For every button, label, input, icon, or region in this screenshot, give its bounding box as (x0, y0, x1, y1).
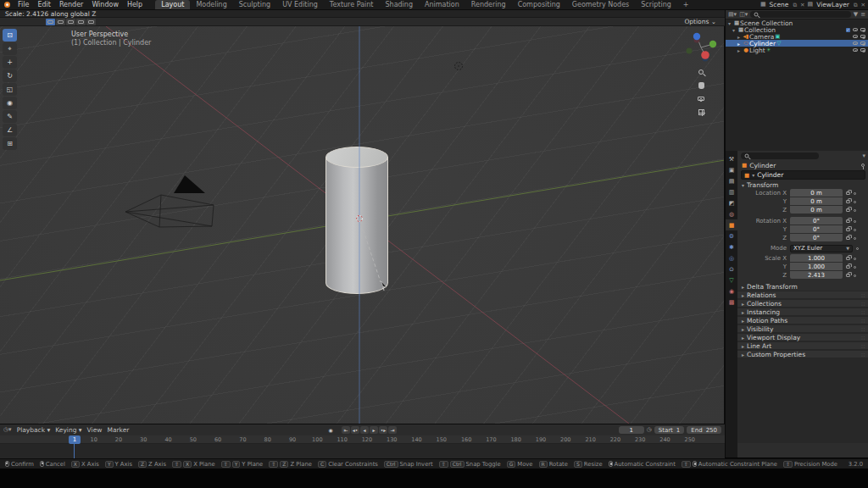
outliner-row-light[interactable]: ▸ ● Light ☀ (726, 47, 868, 53)
lock-icon[interactable] (846, 219, 850, 223)
panel-motion-paths[interactable]: ▸Motion Paths∷ (737, 316, 868, 324)
scale-y-input[interactable]: 1.000 (790, 263, 843, 270)
location-z-input[interactable]: 0 m (790, 206, 843, 214)
gizmo-z-axis[interactable] (693, 33, 700, 40)
lock-icon[interactable] (846, 257, 850, 260)
tab-scene-icon[interactable]: ◩ (726, 197, 737, 208)
tab-shading[interactable]: Shading (379, 0, 419, 9)
tab-scripting[interactable]: Scripting (635, 0, 677, 9)
blender-logo-icon[interactable] (4, 2, 10, 8)
camera-view-icon[interactable] (696, 93, 707, 104)
new-scene-button[interactable]: ⧉ (792, 2, 798, 8)
gizmo-x-axis[interactable] (701, 51, 709, 59)
properties-search-input[interactable] (741, 152, 819, 159)
timeline-editor-icon[interactable]: ◷▾ (3, 426, 12, 434)
select-mode-intersect-icon[interactable] (86, 19, 96, 25)
outliner-row-camera[interactable]: ▸ ◂▮ Camera ▣ (726, 33, 868, 40)
tab-modeling[interactable]: Modeling (190, 0, 232, 9)
animate-dot-icon[interactable] (854, 220, 856, 223)
location-y-input[interactable]: 0 m (790, 197, 843, 205)
panel-collections[interactable]: ▸Collections∷ (737, 299, 868, 308)
disable-render-icon[interactable] (860, 48, 865, 52)
object-name-field[interactable]: ■ ▾ Cylinder (741, 170, 865, 180)
zoom-view-icon[interactable] (696, 66, 707, 77)
panel-instancing[interactable]: ▸Instancing∷ (737, 308, 868, 316)
tab-constraints-icon[interactable]: ⊙ (726, 263, 737, 274)
animate-dot-icon[interactable] (854, 229, 856, 231)
tab-texture-icon[interactable]: ▩ (726, 297, 737, 308)
remove-view-layer-button[interactable]: ✕ (860, 2, 866, 8)
tab-physics-icon[interactable]: ◎ (726, 252, 737, 263)
filter-icon[interactable]: ▼ (854, 11, 858, 19)
rotation-z-input[interactable]: 0° (790, 234, 843, 241)
playhead-badge[interactable]: 1 (69, 435, 81, 444)
location-x-input[interactable]: 0 m (790, 189, 843, 197)
lock-icon[interactable] (846, 208, 850, 212)
select-mode-extend-icon[interactable] (56, 19, 65, 25)
cursor-tool[interactable]: ⌖ (3, 42, 17, 55)
outliner-options-icon[interactable]: ≡ (860, 11, 865, 19)
animate-dot-icon[interactable] (854, 258, 856, 260)
marker-menu[interactable]: Marker (107, 426, 129, 434)
jump-to-start-button[interactable]: ⇤ (342, 426, 350, 434)
animate-dot-icon[interactable] (854, 192, 856, 195)
tab-geometry-nodes[interactable]: Geometry Nodes (566, 0, 635, 9)
tab-uv-editing[interactable]: UV Editing (276, 0, 324, 9)
new-view-layer-button[interactable]: ⧉ (853, 2, 859, 8)
options-dropdown[interactable]: Options ⌄ (684, 18, 716, 25)
timeline-ruler[interactable]: 1020304050607080901001101201301401501601… (0, 435, 725, 444)
animate-dot-icon[interactable] (854, 209, 856, 212)
annotate-tool[interactable]: ✎ (3, 110, 17, 123)
properties-filter-icon[interactable]: ▾ (862, 152, 865, 160)
outliner-display-mode-icon[interactable]: ◫▾ (739, 11, 748, 19)
panel-relations[interactable]: ▸Relations∷ (737, 291, 868, 299)
select-mode-set-icon[interactable] (46, 19, 55, 25)
playback-menu[interactable]: Playback ▾ (17, 426, 51, 434)
menu-render[interactable]: Render (55, 0, 87, 9)
jump-to-end-button[interactable]: ⇥ (388, 426, 397, 434)
scale-z-input[interactable]: 2.413 (790, 271, 843, 279)
pin-icon[interactable] (861, 164, 865, 167)
disable-render-icon[interactable] (860, 35, 865, 38)
outliner-row-collection[interactable]: ▾ ▦ Collection ✓ (726, 26, 868, 33)
tab-animation[interactable]: Animation (419, 0, 465, 9)
rotation-y-input[interactable]: 0° (790, 225, 843, 233)
view-layer-selector[interactable]: ViewLayer (815, 1, 851, 8)
panel-viewport-display[interactable]: ▸Viewport Display∷ (737, 333, 868, 341)
animate-dot-icon[interactable] (854, 237, 856, 240)
tab-world-icon[interactable]: ◍ (726, 208, 737, 219)
orientation-gizmo[interactable] (684, 30, 718, 64)
keying-menu[interactable]: Keying ▾ (55, 426, 81, 434)
transform-panel-header[interactable]: ▾ Transform (737, 180, 868, 189)
lock-icon[interactable] (846, 191, 850, 195)
select-mode-subtract-icon[interactable] (66, 19, 75, 25)
disable-render-icon[interactable] (860, 28, 865, 31)
breadcrumb-object[interactable]: Cylinder (749, 162, 776, 169)
hide-eye-icon[interactable] (853, 35, 858, 38)
add-cube-tool[interactable]: ⊞ (3, 137, 17, 150)
panel-custom-properties[interactable]: ▸Custom Properties∷ (737, 350, 868, 358)
start-frame-field[interactable]: Start1 (654, 426, 685, 434)
next-keyframe-button[interactable]: •▸ (379, 426, 387, 434)
lock-icon[interactable] (846, 265, 850, 269)
play-reverse-button[interactable]: ◂ (360, 426, 369, 434)
tab-object-icon[interactable]: ■ (726, 219, 737, 230)
hide-eye-icon[interactable] (853, 28, 858, 31)
tab-material-icon[interactable]: ◉ (726, 286, 737, 297)
panel-line-art[interactable]: ▸Line Art∷ (737, 341, 868, 350)
gizmo-y-axis[interactable] (709, 41, 716, 47)
view-menu[interactable]: View (87, 426, 103, 434)
add-workspace-button[interactable]: + (677, 0, 695, 9)
end-frame-field[interactable]: End250 (687, 426, 721, 434)
scale-tool[interactable]: ◱ (3, 83, 17, 96)
light-object[interactable] (455, 63, 463, 70)
select-box-tool[interactable]: ⊡ (3, 29, 17, 42)
camera-object[interactable] (125, 175, 214, 227)
rotation-mode-dropdown[interactable]: XYZ Euler▼ (790, 245, 853, 252)
rotate-tool[interactable]: ↻ (3, 69, 17, 82)
tab-render-icon[interactable]: ▣ (726, 164, 737, 175)
pan-view-icon[interactable] (696, 80, 707, 91)
tab-tool-icon[interactable]: ⚒ (726, 153, 737, 164)
menu-edit[interactable]: Edit (33, 0, 55, 9)
tab-particles-icon[interactable]: ✱ (726, 241, 737, 252)
